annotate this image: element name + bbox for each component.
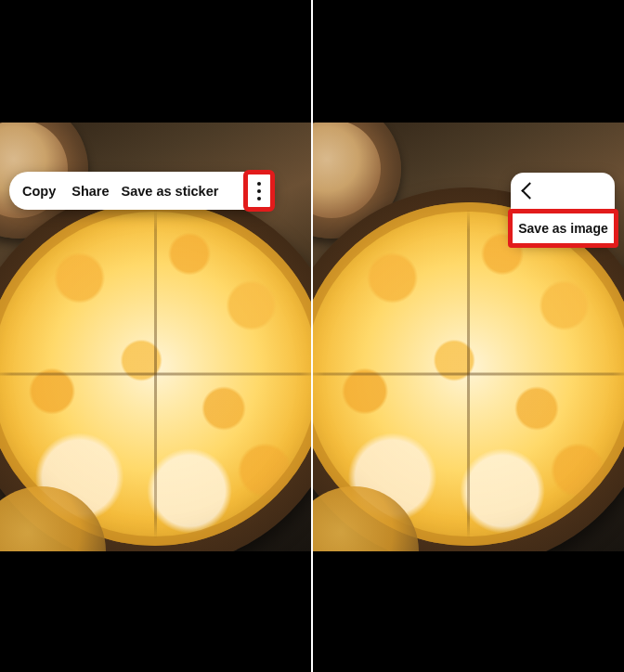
save-as-sticker-button[interactable]: Save as sticker [122,184,219,199]
popover-back-button[interactable] [511,173,615,208]
screenshot-panel-2: . Save as image [313,0,624,672]
share-button[interactable]: Share [72,184,109,199]
screenshot-panel-1: Copy Share Save as sticker [0,0,311,672]
more-vertical-icon [257,182,261,200]
save-as-image-button[interactable]: Save as image [508,209,618,248]
context-toolbar: Copy Share Save as sticker [9,172,275,210]
more-options-button[interactable] [243,170,275,212]
copy-button[interactable]: Copy [22,184,56,199]
chevron-left-icon [521,182,538,199]
